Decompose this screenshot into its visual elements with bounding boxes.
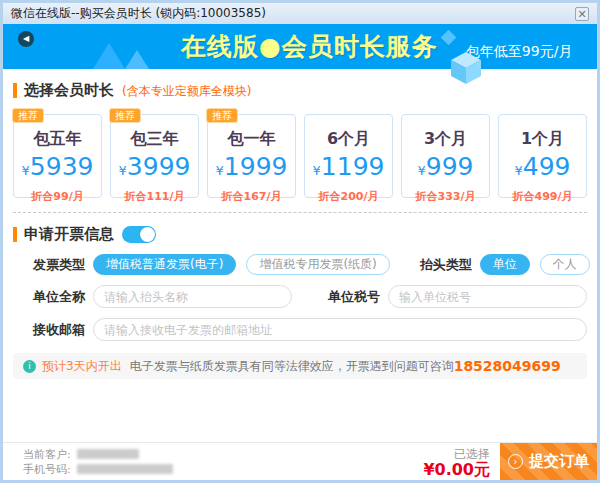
diamond-decoration — [441, 30, 457, 46]
price-value: 1999 — [224, 152, 288, 181]
header-subtitle: 包年低至99元/月 — [466, 43, 573, 61]
customer-label: 当前客户: — [23, 447, 71, 462]
submit-order-button[interactable]: › 提交订单 — [500, 443, 597, 480]
triangle-decoration — [125, 50, 149, 69]
plan-price: ¥499 — [499, 154, 586, 184]
plan-name: 6个月 — [305, 129, 392, 150]
plan-card-5year[interactable]: 推荐 包五年 ¥5939 折合99/月 — [13, 114, 102, 198]
company-tax-row: 单位全称 单位税号 — [13, 285, 587, 308]
notice-text: 电子发票与纸质发票具有同等法律效应，开票遇到问题可咨询 — [130, 358, 454, 375]
submit-label: 提交订单 — [529, 452, 589, 471]
currency-symbol: ¥ — [216, 163, 224, 178]
price-value: 999 — [426, 152, 474, 181]
cube-decoration — [451, 52, 481, 88]
plan-price: ¥5939 — [14, 154, 101, 184]
plan-per-month: 折合99/月 — [14, 189, 101, 204]
company-name-group: 单位全称 — [13, 285, 292, 308]
tax-number-label: 单位税号 — [308, 288, 380, 306]
invoice-type-electronic[interactable]: 增值税普通发票(电子) — [93, 254, 236, 275]
currency-symbol: ¥ — [119, 163, 127, 178]
plan-card-6month[interactable]: 6个月 ¥1199 折合200/月 — [304, 114, 393, 198]
notice-highlight: 预计3天内开出 — [42, 358, 122, 375]
price-value: 5939 — [30, 152, 94, 181]
plan-card-3month[interactable]: 3个月 ¥999 折合333/月 — [401, 114, 490, 198]
selected-amount: ¥0.00元 — [423, 462, 490, 478]
company-name-input[interactable] — [93, 285, 292, 308]
plan-name: 包一年 — [208, 129, 295, 150]
banner-header: ◀ 在线版●会员时长服务 包年低至99元/月 — [3, 24, 597, 69]
plan-cards: 推荐 包五年 ¥5939 折合99/月 推荐 包三年 ¥3999 折合111/月… — [13, 114, 587, 198]
plan-price: ¥1199 — [305, 154, 392, 184]
plan-per-month: 折合333/月 — [402, 189, 489, 204]
plan-per-month: 折合167/月 — [208, 189, 295, 204]
plan-price: ¥999 — [402, 154, 489, 184]
customer-name-redacted — [77, 449, 139, 459]
plan-per-month: 折合499/月 — [499, 189, 586, 204]
invoice-type-paper[interactable]: 增值税专用发票(纸质) — [246, 254, 389, 275]
plan-name: 包五年 — [14, 129, 101, 150]
price-value: 3999 — [127, 152, 191, 181]
close-icon[interactable]: ✕ — [575, 7, 589, 21]
plan-per-month: 折合200/月 — [305, 189, 392, 204]
price-value: 499 — [523, 152, 571, 181]
tax-number-input[interactable] — [388, 285, 587, 308]
plan-name: 3个月 — [402, 129, 489, 150]
section-bar — [13, 83, 17, 98]
notice-phone: 18528049699 — [454, 358, 561, 374]
invoice-section-title: 申请开票信息 — [24, 225, 114, 244]
toggle-knob — [140, 227, 155, 242]
triangle-decoration — [93, 43, 125, 69]
customer-info: 当前客户: 手机号码: — [23, 447, 173, 477]
invoice-toggle[interactable] — [122, 226, 156, 243]
company-name-label: 单位全称 — [13, 288, 85, 306]
arrow-circle-icon: › — [508, 454, 523, 469]
plan-price: ¥3999 — [111, 154, 198, 184]
email-label: 接收邮箱 — [13, 321, 85, 339]
currency-symbol: ¥ — [22, 163, 30, 178]
recommend-badge: 推荐 — [206, 108, 238, 123]
header-type-label: 抬头类型 — [400, 256, 472, 274]
tax-number-group: 单位税号 — [308, 285, 587, 308]
plan-name: 1个月 — [499, 129, 586, 150]
plan-card-1month[interactable]: 1个月 ¥499 折合499/月 — [498, 114, 587, 198]
plan-name: 包三年 — [111, 129, 198, 150]
section-bar — [13, 227, 17, 242]
dialog-footer: 当前客户: 手机号码: 已选择 ¥0.00元 › 提交订单 — [3, 442, 597, 480]
price-value: 1199 — [321, 152, 385, 181]
plan-price: ¥1999 — [208, 154, 295, 184]
page-title: 在线版●会员时长服务 — [181, 30, 438, 63]
header-type-company[interactable]: 单位 — [480, 254, 530, 275]
plan-card-3year[interactable]: 推荐 包三年 ¥3999 折合111/月 — [110, 114, 199, 198]
info-icon: i — [23, 360, 36, 373]
phone-label: 手机号码: — [23, 462, 71, 477]
plan-card-1year[interactable]: 推荐 包一年 ¥1999 折合167/月 — [207, 114, 296, 198]
back-button[interactable]: ◀ — [18, 31, 34, 47]
plan-section-header: 选择会员时长 (含本专业定额库全模块) — [13, 81, 587, 100]
plan-per-month: 折合111/月 — [111, 189, 198, 204]
header-type-personal[interactable]: 个人 — [540, 254, 590, 275]
invoice-section-header: 申请开票信息 — [13, 225, 587, 244]
invoice-type-label: 发票类型 — [13, 256, 85, 274]
recommend-badge: 推荐 — [109, 108, 141, 123]
section-divider — [13, 212, 587, 213]
recommend-badge: 推荐 — [12, 108, 44, 123]
dialog-content: 选择会员时长 (含本专业定额库全模块) 推荐 包五年 ¥5939 折合99/月 … — [3, 81, 597, 379]
currency-symbol: ¥ — [418, 163, 426, 178]
plan-section-title: 选择会员时长 — [24, 81, 114, 100]
currency-symbol: ¥ — [515, 163, 523, 178]
customer-phone-redacted — [77, 464, 173, 474]
invoice-notice: i 预计3天内开出 电子发票与纸质发票具有同等法律效应，开票遇到问题可咨询 18… — [13, 353, 587, 379]
currency-symbol: ¥ — [313, 163, 321, 178]
purchase-dialog: 微信在线版--购买会员时长 (锁内码:10003585) ✕ ◀ 在线版●会员时… — [0, 0, 600, 483]
invoice-type-row: 发票类型 增值税普通发票(电子) 增值税专用发票(纸质) 抬头类型 单位 个人 — [13, 254, 587, 275]
plan-section-note: (含本专业定额库全模块) — [122, 81, 251, 100]
email-input[interactable] — [93, 318, 587, 341]
title-bar: 微信在线版--购买会员时长 (锁内码:10003585) ✕ — [3, 3, 597, 24]
window-title: 微信在线版--购买会员时长 (锁内码:10003585) — [11, 5, 575, 22]
selection-summary: 已选择 ¥0.00元 — [423, 446, 490, 478]
email-row: 接收邮箱 — [13, 318, 587, 341]
